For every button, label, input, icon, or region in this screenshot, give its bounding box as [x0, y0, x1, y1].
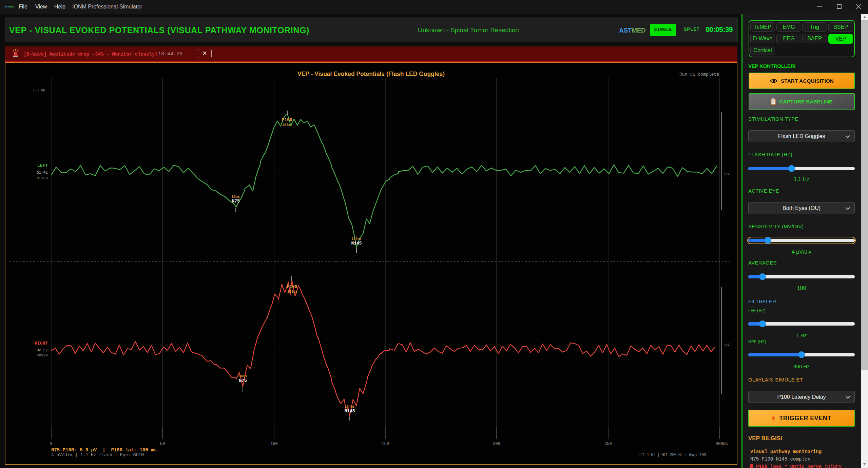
svg-text:4μV: 4μV: [724, 343, 730, 347]
svg-text:83ms: 83ms: [232, 195, 240, 199]
svg-text:RIGHT: RIGHT: [35, 341, 48, 346]
svg-text:VEP - Visual Evoked Potentials: VEP - Visual Evoked Potentials (Flash LE…: [297, 71, 445, 77]
svg-text:P100: P100: [282, 117, 292, 122]
svg-text:N145: N145: [351, 241, 362, 246]
svg-text:n=100: n=100: [37, 176, 48, 180]
svg-text:108ms: 108ms: [287, 290, 297, 294]
svg-text:137ms: 137ms: [351, 237, 362, 241]
svg-text:Run #1 complete: Run #1 complete: [679, 72, 719, 77]
svg-text:300ms: 300ms: [716, 442, 728, 446]
svg-text:Oz-Fz: Oz-Fz: [37, 348, 48, 352]
svg-text:200: 200: [493, 442, 500, 446]
svg-text:86ms: 86ms: [239, 374, 247, 378]
svg-text:N75: N75: [232, 199, 240, 204]
svg-text:250: 250: [604, 442, 612, 446]
svg-text:100: 100: [270, 442, 278, 446]
svg-text:Oz-Fz: Oz-Fz: [37, 171, 48, 175]
svg-text:0: 0: [50, 442, 52, 446]
svg-text:N145: N145: [344, 409, 355, 414]
svg-text:P100: P100: [287, 284, 297, 289]
svg-text:N75-P100: 5.9 μV | P100 lat:: N75-P100: 5.9 μV | P100 lat: 106 ms: [51, 447, 157, 453]
svg-text:150: 150: [382, 442, 389, 446]
svg-text:(-) up: (-) up: [33, 89, 45, 92]
svg-text:4 μV/div | 1.1 Hz flash | Eye:: 4 μV/div | 1.1 Hz flash | Eye: BOTH: [51, 452, 144, 457]
svg-text:106ms: 106ms: [282, 123, 292, 127]
svg-text:LEFT: LEFT: [37, 163, 48, 168]
svg-text:N75: N75: [239, 378, 247, 383]
svg-text:134ms: 134ms: [345, 405, 355, 409]
svg-text:n=100: n=100: [37, 353, 48, 357]
svg-text:LFF 1 Hz | HFF 300 Hz | Avg: 1: LFF 1 Hz | HFF 300 Hz | Avg: 100: [638, 453, 706, 457]
svg-text:4μV: 4μV: [724, 172, 730, 176]
svg-text:50: 50: [160, 442, 165, 446]
